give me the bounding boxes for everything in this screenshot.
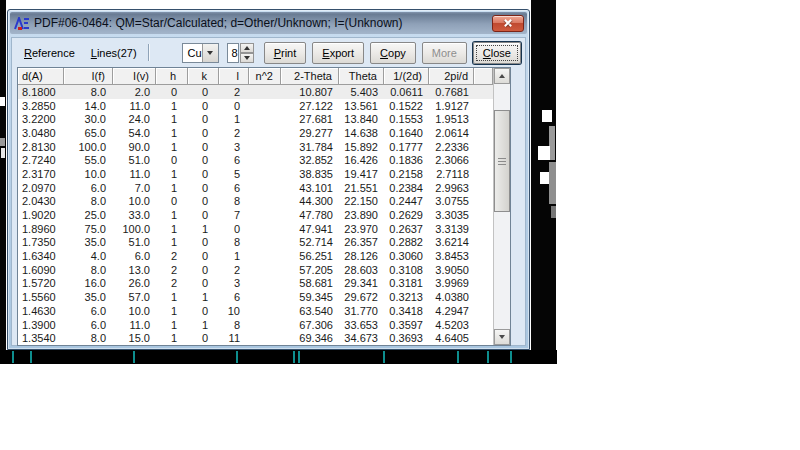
cell: 2.0614: [429, 127, 474, 139]
menu-lines[interactable]: Lines(27): [83, 43, 145, 63]
vertical-scrollbar[interactable]: [493, 68, 510, 345]
cell: 1: [188, 319, 219, 331]
scroll-down-button[interactable]: [494, 329, 510, 345]
table-row[interactable]: 1.556035.057.011659.34529.6720.32134.038…: [18, 290, 493, 304]
scroll-up-button[interactable]: [494, 68, 510, 84]
background-tick: [510, 351, 512, 363]
column-header-i-f[interactable]: I(f): [64, 68, 113, 85]
cell: 3.9969: [429, 277, 474, 289]
cell: 33.0: [113, 209, 156, 221]
column-header-1-2d[interactable]: 1/(2d): [384, 68, 429, 85]
table-row[interactable]: 2.8130100.090.010331.78415.8920.17772.23…: [18, 140, 493, 154]
table-row[interactable]: 1.63404.06.020156.25128.1260.30603.8453: [18, 249, 493, 263]
table-row[interactable]: 1.39006.011.011867.30633.6530.35974.5203: [18, 318, 493, 332]
cell: 2: [219, 127, 249, 139]
anode-select[interactable]: Cu: [182, 43, 218, 63]
cell: 1.5560: [18, 291, 64, 303]
export-button[interactable]: Export: [312, 42, 364, 64]
cell: 5.403: [339, 86, 384, 98]
cell: 47.941: [281, 223, 339, 235]
cell: 10.807: [281, 86, 339, 98]
column-header-2-theta[interactable]: 2-Theta: [281, 68, 339, 85]
column-header-l[interactable]: l: [219, 68, 249, 85]
cell: 0.2384: [384, 182, 429, 194]
cell: 0.1836: [384, 154, 429, 166]
cell: 0: [188, 86, 219, 98]
table-row[interactable]: 1.60908.013.020257.20528.6030.31083.9050: [18, 263, 493, 277]
column-header-k[interactable]: k: [188, 68, 219, 85]
decimals-spinner[interactable]: 8: [227, 43, 254, 63]
cell: 0: [188, 154, 219, 166]
column-header-theta[interactable]: Theta: [339, 68, 384, 85]
cell: 69.346: [281, 332, 339, 344]
titlebar[interactable]: PDF#06-0464: QM=Star/Calculated; d=Other…: [10, 12, 527, 34]
column-header-h[interactable]: h: [156, 68, 188, 85]
chevron-down-icon[interactable]: [202, 44, 218, 62]
cell: 1.9513: [429, 113, 474, 125]
cell: 0: [188, 332, 219, 344]
cell: 0: [219, 223, 249, 235]
window-close-button[interactable]: [492, 15, 524, 32]
cell: 2.7118: [429, 168, 474, 180]
table-row[interactable]: 1.572016.026.020358.68129.3410.31813.996…: [18, 277, 493, 291]
column-header-i-v[interactable]: I(v): [113, 68, 156, 85]
more-button: More: [422, 42, 467, 64]
table-row[interactable]: 2.09706.07.010643.10121.5510.23842.9963: [18, 181, 493, 195]
spinner-down-button[interactable]: [240, 53, 254, 63]
cell: 0: [188, 168, 219, 180]
cell: 29.277: [281, 127, 339, 139]
spinner-up-button[interactable]: [240, 43, 254, 53]
cell: 8: [219, 195, 249, 207]
table-row[interactable]: 3.285014.011.010027.12213.5610.15221.912…: [18, 99, 493, 113]
column-header-2pi-d[interactable]: 2pi/d: [429, 68, 474, 85]
cell: 4.0: [64, 250, 113, 262]
cell: 0: [188, 305, 219, 317]
cell: 1: [219, 250, 249, 262]
background-tick: [293, 351, 295, 363]
cell: 2.0970: [18, 182, 64, 194]
table-row[interactable]: 2.317010.011.010538.83519.4170.21582.711…: [18, 167, 493, 181]
cell: 4.6405: [429, 332, 474, 344]
cell: 56.251: [281, 250, 339, 262]
table-row[interactable]: 8.18008.02.000210.8075.4030.06110.7681: [18, 85, 493, 99]
table-body: 8.18008.02.000210.8075.4030.06110.76813.…: [18, 85, 493, 345]
cell: 0: [188, 113, 219, 125]
cell: 0: [219, 100, 249, 112]
background-tick: [133, 351, 135, 363]
cell: 0.3181: [384, 277, 429, 289]
cell: 1: [219, 113, 249, 125]
table-row[interactable]: 3.220030.024.010127.68113.8400.15531.951…: [18, 112, 493, 126]
cell: 6.0: [64, 305, 113, 317]
menu-reference[interactable]: Reference: [16, 43, 83, 63]
column-header-n-2[interactable]: n^2: [249, 68, 281, 85]
cell: 0.1777: [384, 141, 429, 153]
scrollbar-thumb[interactable]: [494, 110, 510, 212]
scrollbar-track[interactable]: [494, 84, 510, 329]
cell: 1: [156, 305, 188, 317]
cell: 1.9127: [429, 100, 474, 112]
cell: 90.0: [113, 141, 156, 153]
cell: 31.784: [281, 141, 339, 153]
dialog-client-area: Reference Lines(27) Cu 8 Print Export: [11, 37, 526, 346]
table-row[interactable]: 1.896075.0100.011047.94123.9700.26373.31…: [18, 222, 493, 236]
print-button[interactable]: Print: [264, 42, 307, 64]
cell: 11: [219, 332, 249, 344]
pdf-card-window: PDF#06-0464: QM=Star/Calculated; d=Other…: [7, 9, 530, 350]
column-header-d-a[interactable]: d(A): [18, 68, 64, 85]
copy-button[interactable]: Copy: [370, 42, 416, 64]
table-row[interactable]: 3.048065.054.010229.27714.6380.16402.061…: [18, 126, 493, 140]
cell: 1.5720: [18, 277, 64, 289]
cell: 2: [156, 250, 188, 262]
cell: 3.9050: [429, 264, 474, 276]
table-row[interactable]: 1.902025.033.010747.78023.8900.26293.303…: [18, 208, 493, 222]
table-row[interactable]: 1.35408.015.0101169.34634.6730.36934.640…: [18, 331, 493, 345]
cell: 13.0: [113, 264, 156, 276]
table-row[interactable]: 1.46306.010.0101063.54031.7700.34184.294…: [18, 304, 493, 318]
table-row[interactable]: 1.735035.051.010852.71426.3570.28823.621…: [18, 236, 493, 250]
cell: 1: [156, 332, 188, 344]
background-plot-edge-left: [0, 0, 6, 363]
cell: 8: [219, 319, 249, 331]
table-row[interactable]: 2.04308.010.000844.30022.1500.24473.0755: [18, 195, 493, 209]
close-button[interactable]: Close: [473, 42, 521, 64]
table-row[interactable]: 2.724055.051.000632.85216.4260.18362.306…: [18, 153, 493, 167]
